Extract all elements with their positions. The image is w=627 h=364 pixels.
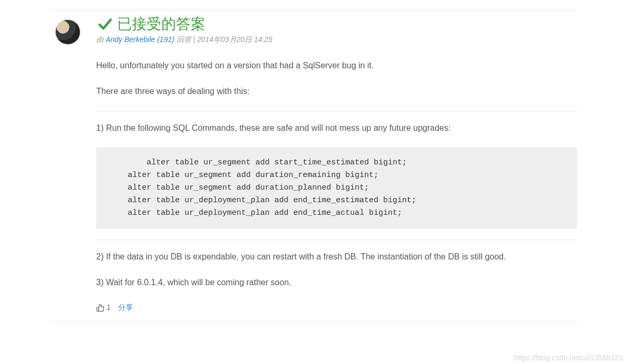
share-button[interactable]: 分享 [118,302,133,314]
avatar-image [55,19,80,45]
author-link[interactable]: Andy Berkebile [106,35,155,44]
like-button[interactable]: 1 [96,302,111,314]
top-divider [50,9,577,10]
byline-separator: | [191,35,197,44]
divider-1 [96,111,577,111]
answer-byline: 由 Andy Berkebile (191) 回答 | 2014年03月20日 … [96,35,577,45]
byline-prefix: 由 [96,35,106,44]
checkmark-icon [96,17,114,32]
accepted-answer-title: 已接受的答案 [117,14,205,34]
byline-action: 回答 [174,35,191,44]
avatar[interactable] [55,19,80,321]
answer-block: 已接受的答案 由 Andy Berkebile (191) 回答 | 2014年… [0,14,627,321]
divider-2 [96,240,577,240]
answer-header: 已接受的答案 [96,14,577,34]
body-paragraph-3: 1) Run the following SQL Commands, these… [96,122,577,135]
author-reputation: (191) [157,35,174,44]
byline-timestamp: 2014年03月20日 14:25 [197,35,272,44]
body-paragraph-5: 3) Wait for 6.0.1.4, which will be comin… [96,276,577,289]
body-paragraph-4: 2) If the data in you DB is expendable, … [96,251,577,264]
answer-actions: 1 分享 [96,302,577,314]
body-paragraph-2: There are three ways of dealing with thi… [96,85,577,98]
body-paragraph-1: Hello, unfortunately you started on a ve… [96,59,577,72]
code-block: alter table ur_segment add start_time_es… [96,147,577,229]
answer-main: 已接受的答案 由 Andy Berkebile (191) 回答 | 2014年… [96,14,577,321]
answer-container: 已接受的答案 由 Andy Berkebile (191) 回答 | 2014年… [0,0,627,321]
like-count: 1 [107,302,111,314]
answer-body: Hello, unfortunately you started on a ve… [96,59,577,314]
thumbs-up-icon [96,304,105,312]
bottom-divider [50,321,577,321]
